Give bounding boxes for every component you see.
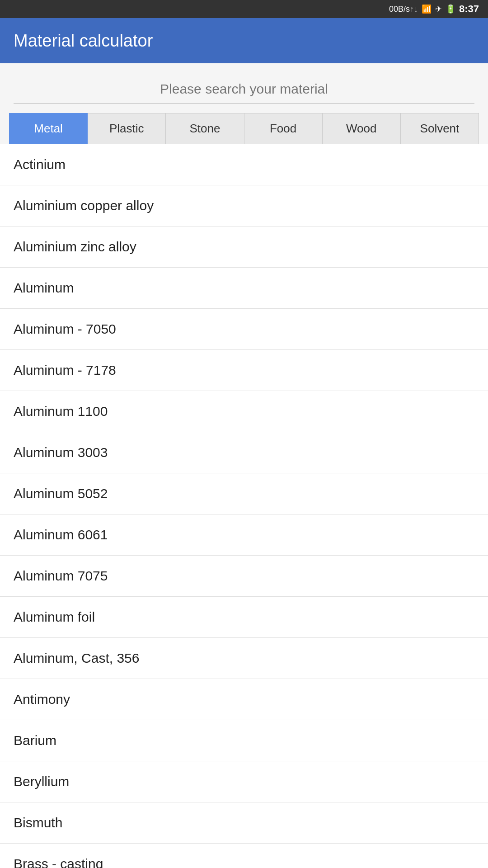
list-item[interactable]: Bismuth [0, 802, 488, 844]
tab-metal[interactable]: Metal [9, 113, 88, 144]
wifi-icon: 📶 [422, 4, 432, 14]
list-item[interactable]: Barium [0, 720, 488, 761]
signal-icon: ✈ [435, 4, 442, 14]
list-item[interactable]: Aluminum 3003 [0, 432, 488, 473]
tab-wood[interactable]: Wood [323, 113, 401, 144]
app-title: Material calculator [14, 31, 153, 51]
tab-food[interactable]: Food [244, 113, 323, 144]
material-list: Actinium Aluminium copper alloy Aluminiu… [0, 144, 488, 868]
search-area [0, 63, 488, 104]
list-item[interactable]: Aluminum, Cast, 356 [0, 638, 488, 679]
list-item[interactable]: Aluminum [0, 268, 488, 309]
list-item[interactable]: Aluminum - 7178 [0, 350, 488, 391]
data-icon: 00B/s↑↓ [389, 5, 418, 14]
app-bar: Material calculator [0, 18, 488, 63]
status-bar: 00B/s↑↓ 📶 ✈ 🔋 8:37 [0, 0, 488, 18]
list-item[interactable]: Aluminum 5052 [0, 473, 488, 514]
list-item[interactable]: Antimony [0, 679, 488, 720]
list-item[interactable]: Aluminium zinc alloy [0, 226, 488, 268]
list-item[interactable]: Aluminum - 7050 [0, 309, 488, 350]
list-item[interactable]: Brass - casting [0, 844, 488, 868]
category-tabs: Metal Plastic Stone Food Wood Solvent [0, 104, 488, 144]
list-item[interactable]: Aluminum foil [0, 597, 488, 638]
list-item[interactable]: Aluminum 7075 [0, 556, 488, 597]
tab-stone[interactable]: Stone [166, 113, 244, 144]
list-item[interactable]: Actinium [0, 144, 488, 185]
tab-plastic[interactable]: Plastic [88, 113, 166, 144]
status-icons: 00B/s↑↓ 📶 ✈ 🔋 8:37 [389, 3, 479, 15]
battery-icon: 🔋 [446, 4, 455, 14]
search-input[interactable] [14, 77, 474, 104]
list-item[interactable]: Beryllium [0, 761, 488, 802]
tab-solvent[interactable]: Solvent [401, 113, 479, 144]
list-item[interactable]: Aluminium copper alloy [0, 185, 488, 226]
list-item[interactable]: Aluminum 6061 [0, 514, 488, 556]
clock: 8:37 [459, 3, 479, 15]
list-item[interactable]: Aluminum 1100 [0, 391, 488, 432]
